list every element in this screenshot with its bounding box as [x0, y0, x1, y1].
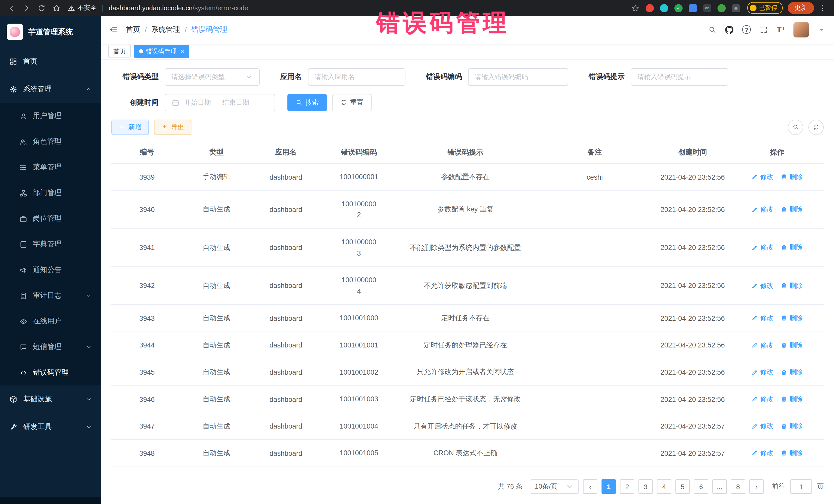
breadcrumb-system[interactable]: 系统管理 [151, 25, 180, 35]
edit-link[interactable]: 修改 [751, 205, 773, 214]
cell-time: 2021-04-20 23:52:57 [655, 440, 730, 467]
trash-icon [781, 396, 787, 403]
prev-page-button[interactable]: ‹ [583, 479, 597, 494]
app-name-input[interactable] [308, 68, 405, 86]
browser-home-icon[interactable] [50, 2, 63, 14]
delete-link[interactable]: 删除 [781, 313, 803, 323]
table-row: 3945自动生成dashboard1001001002只允许修改为开启或者关闭状… [111, 359, 824, 386]
sidebar-item-system-mgmt[interactable]: 系统管理 [0, 75, 101, 103]
page-button-8[interactable]: 8 [731, 479, 745, 494]
edit-link[interactable]: 修改 [751, 313, 773, 323]
sidebar-item-audit-log[interactable]: 审计日志 [0, 283, 101, 308]
sidebar-item-online-users[interactable]: 在线用户 [0, 308, 101, 334]
goto-page-input[interactable] [790, 479, 812, 494]
profile-paused-badge[interactable]: 已暂停 [747, 2, 783, 14]
sidebar-item-user-mgmt[interactable]: 用户管理 [0, 103, 101, 129]
error-code-input[interactable] [468, 68, 568, 86]
edit-link[interactable]: 修改 [751, 422, 773, 431]
sidebar-item-notice[interactable]: 通知公告 [0, 257, 101, 283]
sidebar-item-dict-mgmt[interactable]: 字典管理 [0, 232, 101, 257]
avatar-caret-icon[interactable] [817, 26, 826, 34]
sidebar-item-infrastructure[interactable]: 基础设施 [0, 386, 101, 413]
github-icon[interactable] [725, 26, 733, 34]
cell-actions: 修改删除 [730, 164, 824, 191]
extension-icon-leaf[interactable] [718, 4, 726, 12]
sidebar-item-post-mgmt[interactable]: 岗位管理 [0, 206, 101, 232]
sidebar-item-home[interactable]: 首页 [0, 48, 101, 75]
app-header: 首页 / 系统管理 / 错误码管理 ? TT [101, 16, 834, 44]
page-button-6[interactable]: 6 [694, 479, 708, 494]
create-time-range[interactable]: 开始日期 - 结束日期 [165, 94, 275, 111]
address-bar[interactable]: dashboard.yudao.iocoder.cn/system/error-… [109, 4, 248, 12]
cell-type: 自动生成 [183, 191, 250, 229]
edit-link[interactable]: 修改 [751, 341, 773, 350]
sidebar-item-dept-mgmt[interactable]: 部门管理 [0, 180, 101, 206]
bookmark-star-icon[interactable] [629, 2, 641, 14]
sidebar-item-role-mgmt[interactable]: 角色管理 [0, 129, 101, 154]
extension-icon-blue[interactable] [689, 4, 697, 12]
page-button-5[interactable]: 5 [675, 479, 690, 494]
export-button[interactable]: 导出 [154, 119, 192, 135]
extension-icon-red[interactable] [646, 4, 654, 12]
gear-icon [9, 85, 18, 93]
delete-link[interactable]: 删除 [781, 243, 803, 252]
refresh-table-button[interactable] [808, 119, 824, 135]
delete-link[interactable]: 删除 [781, 448, 803, 458]
edit-link[interactable]: 修改 [751, 395, 773, 404]
extensions-puzzle-icon[interactable] [732, 4, 740, 12]
edit-link[interactable]: 修改 [751, 172, 773, 182]
browser-reload-icon[interactable] [35, 2, 48, 14]
fullscreen-icon[interactable] [760, 26, 768, 34]
tab-close-icon[interactable]: × [181, 48, 184, 55]
delete-link[interactable]: 删除 [781, 395, 803, 404]
sidebar-item-error-code-mgmt[interactable]: 错误码管理 [0, 360, 101, 386]
sidebar-item-dev-tools[interactable]: 研发工具 [0, 413, 101, 441]
browser-forward-icon[interactable] [20, 2, 33, 14]
font-size-icon[interactable]: TT [776, 26, 785, 34]
delete-link[interactable]: 删除 [781, 422, 803, 431]
edit-link[interactable]: 修改 [751, 281, 773, 290]
security-indicator[interactable]: 不安全 [68, 4, 97, 12]
extension-icon-green-check[interactable]: ✓ [674, 4, 683, 12]
edit-link[interactable]: 修改 [751, 243, 773, 252]
cell-time: 2021-04-20 23:52:56 [655, 229, 730, 267]
user-avatar[interactable] [793, 22, 809, 38]
page-button-4[interactable]: 4 [657, 479, 671, 494]
toggle-search-button[interactable] [788, 119, 803, 135]
cell-time: 2021-04-20 23:52:56 [655, 164, 730, 191]
page-button-1[interactable]: 1 [601, 479, 616, 494]
delete-link[interactable]: 删除 [781, 341, 803, 350]
sidebar-item-menu-mgmt[interactable]: 菜单管理 [0, 154, 101, 180]
reset-button[interactable]: 重置 [332, 94, 372, 111]
table-row: 3939手动编辑dashboard1001000001参数配置不存在ceshi2… [111, 164, 824, 191]
tab-error-code[interactable]: 错误码管理× [134, 45, 190, 58]
error-type-select[interactable]: 请选择错误码类型 [165, 68, 260, 86]
help-icon[interactable]: ? [742, 25, 751, 34]
add-button[interactable]: 新增 [111, 119, 149, 135]
page-button-2[interactable]: 2 [620, 479, 634, 494]
breadcrumb-separator: / [145, 26, 147, 34]
tab-home[interactable]: 首页 [108, 45, 131, 58]
cell-msg: CRON 表达式不正确 [396, 440, 534, 467]
delete-link[interactable]: 删除 [781, 281, 803, 290]
header-search-icon[interactable] [708, 26, 717, 34]
error-msg-input[interactable] [631, 68, 728, 86]
next-page-button[interactable]: › [749, 479, 764, 494]
edit-link[interactable]: 修改 [751, 368, 773, 377]
sidebar-fold-icon[interactable] [109, 26, 117, 34]
breadcrumb-home[interactable]: 首页 [126, 25, 140, 35]
browser-back-icon[interactable] [5, 2, 18, 14]
edit-link[interactable]: 修改 [751, 448, 773, 458]
browser-menu-icon[interactable] [816, 2, 829, 14]
search-button[interactable]: 搜索 [287, 94, 327, 111]
delete-link[interactable]: 删除 [781, 205, 803, 214]
extension-icon-on[interactable]: on [703, 4, 711, 12]
delete-link[interactable]: 删除 [781, 368, 803, 377]
page-size-select[interactable]: 10条/页 [530, 479, 579, 494]
extension-icon-teal[interactable] [660, 4, 668, 12]
page-ellipsis-button[interactable]: ... [712, 479, 727, 494]
page-button-3[interactable]: 3 [638, 479, 653, 494]
sidebar-item-sms-mgmt[interactable]: 短信管理 [0, 334, 101, 360]
delete-link[interactable]: 删除 [781, 172, 803, 182]
browser-update-button[interactable]: 更新 [788, 2, 814, 14]
